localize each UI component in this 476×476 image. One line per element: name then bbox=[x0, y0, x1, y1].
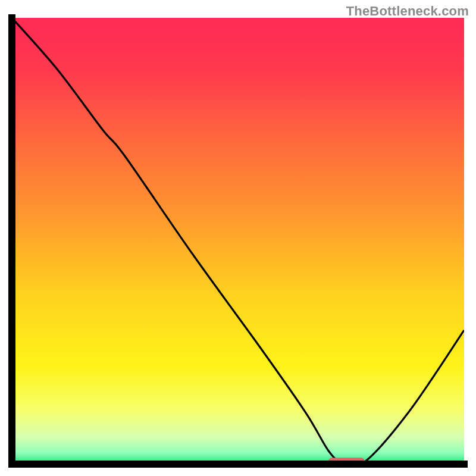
chart-container: TheBottleneck.com bbox=[0, 0, 476, 476]
plot-background bbox=[12, 18, 464, 464]
bottleneck-chart bbox=[0, 0, 476, 476]
watermark-text: TheBottleneck.com bbox=[346, 4, 469, 19]
